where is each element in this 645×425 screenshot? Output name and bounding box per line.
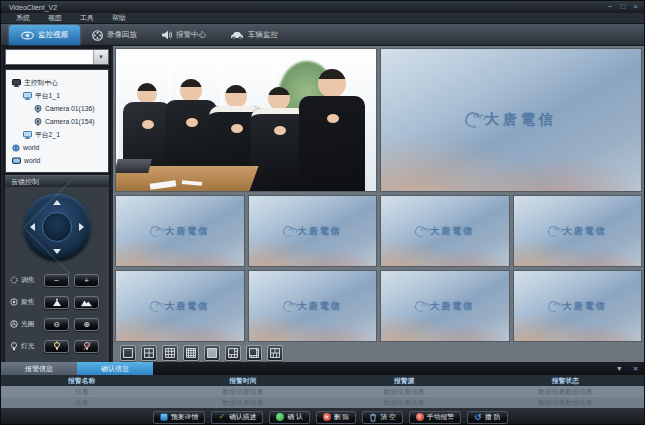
main-tab-bar: 监控视频录像回放报警中心车辆监控 xyxy=(1,24,645,46)
crescent-logo-icon: DTT xyxy=(414,299,428,313)
monitor-icon xyxy=(12,79,21,87)
dpad-right-icon[interactable] xyxy=(79,223,84,231)
video-tile-idle[interactable]: DTT大唐電信 xyxy=(115,270,245,342)
dpad-up-icon[interactable] xyxy=(53,200,61,205)
manual-alarm-icon: ! xyxy=(416,413,424,421)
tab-车辆监控[interactable]: 车辆监控 xyxy=(218,25,290,45)
layout-25-button[interactable] xyxy=(204,345,220,361)
button-label: 确 认 xyxy=(287,412,302,422)
tree-node-label: world xyxy=(24,157,40,164)
tree-node-5[interactable]: world xyxy=(6,141,108,154)
table-row[interactable]: 信息数据信息信息数据信息信息数据信息数据信息 xyxy=(1,397,645,408)
layout-4-button[interactable] xyxy=(141,345,157,361)
collapse-icon[interactable]: ▾ xyxy=(617,364,621,373)
close-icon[interactable]: × xyxy=(633,2,638,12)
watermark-name: 大唐電信 xyxy=(563,300,607,313)
video-tile-idle[interactable]: DTT大唐電信 xyxy=(380,270,510,342)
menu-item-2[interactable]: 工具 xyxy=(71,13,103,23)
layout-1-button[interactable] xyxy=(120,345,136,361)
tree-node-2[interactable]: Camera 01(136) xyxy=(6,102,108,115)
button-label: 删 除 xyxy=(334,412,349,422)
crescent-logo-icon: DTT xyxy=(149,224,163,238)
清空-button[interactable]: 清 空 xyxy=(362,411,402,424)
alarm-tab-确认信息[interactable]: 确认信息 xyxy=(77,362,153,375)
button-label: 预案详情 xyxy=(171,412,198,422)
alarm-tab-报警信息[interactable]: 报警信息 xyxy=(1,362,77,375)
ptz-row-label: 调焦 xyxy=(10,275,44,285)
light-on-button[interactable] xyxy=(44,340,69,353)
tree-node-3[interactable]: Camera 01(154) xyxy=(6,115,108,128)
clear-icon xyxy=(369,413,377,422)
ptz-row-2: 光圈⊖⊕ xyxy=(5,313,109,335)
delete-icon: × xyxy=(323,413,331,421)
chevron-down-icon[interactable]: ▾ xyxy=(93,50,108,64)
ptz-dpad[interactable] xyxy=(23,193,91,261)
person-silhouette xyxy=(306,69,365,191)
删除-button[interactable]: ×删 除 xyxy=(316,411,356,424)
layout-16-button[interactable] xyxy=(183,345,199,361)
tree-node-1[interactable]: 平台1_1 xyxy=(6,89,108,102)
dtt-watermark: DTT大唐電信 xyxy=(381,196,509,266)
video-tile-idle[interactable]: DTT大唐電信 xyxy=(513,195,643,267)
window-controls: − □ × xyxy=(608,2,645,12)
layout-1p7-button[interactable] xyxy=(246,345,262,361)
laptop xyxy=(115,159,152,173)
layout-1p5-button[interactable] xyxy=(225,345,241,361)
tree-node-label: 平台1_1 xyxy=(35,91,60,101)
dtt-watermark: DTT大唐電信 xyxy=(514,196,642,266)
table-row[interactable]: 信息数据信息信息数据信息信息数据信息数据信息 xyxy=(1,386,645,397)
menu-item-1[interactable]: 视图 xyxy=(39,13,71,23)
speaker-icon xyxy=(161,30,172,40)
ptz-row-1: 聚焦 xyxy=(5,291,109,313)
video-tile-idle-large[interactable]: DTT 大唐電信 xyxy=(380,48,642,192)
ptz-row-text: 聚焦 xyxy=(21,297,35,307)
focus-near-button[interactable] xyxy=(44,296,69,309)
video-tile-live[interactable] xyxy=(115,48,377,192)
tab-录像回放[interactable]: 录像回放 xyxy=(80,25,149,45)
dpad-left-icon[interactable] xyxy=(30,223,35,231)
撤防-button[interactable]: ↺撤 防 xyxy=(467,411,507,424)
tree-node-6[interactable]: world xyxy=(6,154,108,167)
tree-node-label: 平台2_1 xyxy=(35,130,60,140)
camera-icon xyxy=(34,118,42,126)
video-tile-idle[interactable]: DTT大唐電信 xyxy=(248,270,378,342)
device-dropdown-value xyxy=(6,50,93,64)
dpad-down-icon[interactable] xyxy=(53,249,61,254)
手动报警-button[interactable]: !手动报警 xyxy=(409,411,461,424)
确认描述-button[interactable]: ✓确认描述 xyxy=(211,411,263,424)
car-icon xyxy=(230,31,244,40)
camera-icon xyxy=(34,105,42,113)
dtt-watermark: DTT大唐電信 xyxy=(249,196,377,266)
dpad-center[interactable] xyxy=(42,212,72,242)
minimize-icon[interactable]: − xyxy=(608,2,613,12)
zoom-in-button[interactable]: + xyxy=(74,274,99,287)
iris-close-button[interactable]: ⊖ xyxy=(44,318,69,331)
预案详情-button[interactable]: 预案详情 xyxy=(153,411,205,424)
focus-far-button[interactable] xyxy=(74,296,99,309)
iris-open-button[interactable]: ⊕ xyxy=(74,318,99,331)
video-tile-idle[interactable]: DTT大唐電信 xyxy=(513,270,643,342)
video-tile-idle[interactable]: DTT大唐電信 xyxy=(248,195,378,267)
device-dropdown[interactable]: ▾ xyxy=(5,49,109,65)
menu-item-3[interactable]: 帮助 xyxy=(103,13,135,23)
button-label: 撤 防 xyxy=(485,412,500,422)
video-tile-idle[interactable]: DTT大唐電信 xyxy=(380,195,510,267)
watermark-name: 大唐電信 xyxy=(563,225,607,238)
light-off-button[interactable] xyxy=(74,340,99,353)
zoom-out-button[interactable]: − xyxy=(44,274,69,287)
tree-node-4[interactable]: 平台2_1 xyxy=(6,128,108,141)
layout-9-button[interactable] xyxy=(162,345,178,361)
video-tile-idle[interactable]: DTT大唐電信 xyxy=(115,195,245,267)
tab-报警中心[interactable]: 报警中心 xyxy=(149,25,218,45)
table-cell: 数据信息信息 xyxy=(324,386,485,397)
dtt-watermark: DTT 大唐電信 xyxy=(381,49,641,191)
tab-监控视频[interactable]: 监控视频 xyxy=(9,25,80,45)
tree-node-0[interactable]: 主控制中心 xyxy=(6,76,108,89)
maximize-icon[interactable]: □ xyxy=(620,2,625,12)
menu-item-0[interactable]: 系统 xyxy=(7,13,39,23)
column-header: 报警状态 xyxy=(485,375,645,386)
确认-button[interactable]: 确 认 xyxy=(269,411,309,424)
layout-6-button[interactable] xyxy=(267,345,283,361)
menu-bar: 系统视图工具帮助 xyxy=(1,13,645,24)
close-icon[interactable]: × xyxy=(633,364,638,373)
